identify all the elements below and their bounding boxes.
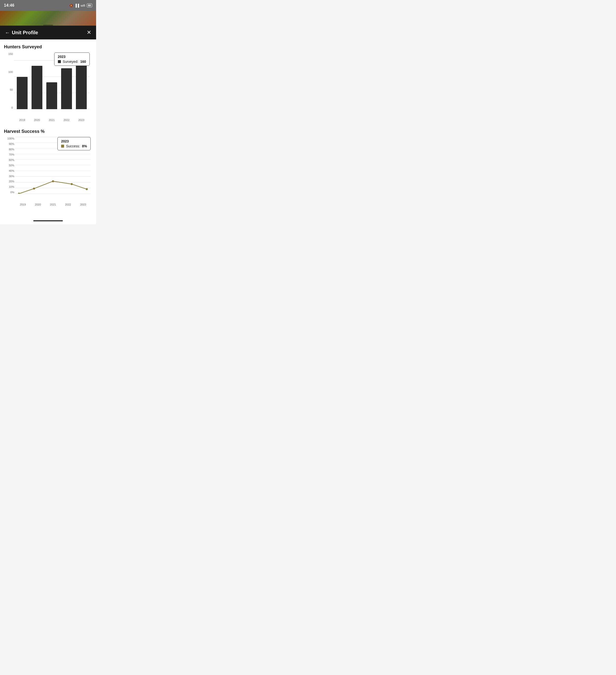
line-chart-tooltip: 2023 Success: 8%: [57, 137, 91, 150]
bar-2021: [44, 82, 59, 109]
tooltip-label: Surveyed:: [63, 60, 78, 64]
harvest-line-chart: 0% 10% 20% 30% 40% 50% 60% 70% 80% 90% 1…: [4, 137, 92, 206]
ly-40: 40%: [9, 169, 14, 172]
bar-2022: [59, 68, 74, 109]
header-bar: ← Unit Profile ✕: [0, 26, 96, 40]
line-tooltip-color: [61, 145, 64, 148]
y-label-100: 100: [8, 71, 13, 73]
lx-2022: 2022: [61, 203, 76, 206]
y-label-50: 50: [10, 88, 13, 91]
hunters-bar-chart: 0 50 100 150: [4, 53, 92, 122]
line-tooltip-year: 2023: [61, 139, 87, 143]
ly-70: 70%: [9, 153, 14, 156]
status-icons: 🔕 ▐▐ wifi 88: [69, 3, 92, 7]
ly-80: 80%: [9, 148, 14, 151]
x-label-2023: 2023: [74, 119, 89, 122]
bar-2019: [15, 77, 29, 109]
close-button[interactable]: ✕: [87, 29, 91, 36]
lx-2020: 2020: [30, 203, 45, 206]
x-label-2021: 2021: [44, 119, 59, 122]
harvest-success-title: Harvest Success %: [4, 129, 92, 134]
ly-90: 90%: [9, 142, 14, 145]
x-label-2020: 2020: [29, 119, 44, 122]
lx-2019: 2019: [15, 203, 30, 206]
ly-30: 30%: [9, 175, 14, 178]
bell-icon: 🔕: [69, 4, 73, 7]
ly-100: 100%: [7, 137, 14, 140]
point-2021: [52, 180, 54, 182]
x-label-2022: 2022: [59, 119, 74, 122]
hunters-surveyed-section: Hunters Surveyed 0 50 100 150: [4, 44, 92, 122]
point-2022: [71, 183, 73, 185]
wifi-icon: wifi: [81, 4, 85, 7]
y-label-150: 150: [8, 53, 13, 56]
tooltip-year: 2023: [58, 55, 86, 59]
status-bar: 14:46 🔕 ▐▐ wifi 88: [0, 0, 96, 11]
map-preview: [0, 11, 96, 26]
x-label-2019: 2019: [15, 119, 29, 122]
battery-indicator: 88: [87, 3, 92, 7]
back-arrow-icon: ←: [5, 30, 10, 35]
lx-2023: 2023: [76, 203, 91, 206]
line-tooltip-label: Success:: [66, 144, 80, 148]
bar-chart-tooltip: 2023 Surveyed: 160: [54, 53, 90, 66]
ly-10: 10%: [9, 185, 14, 188]
tooltip-value: 160: [80, 60, 86, 64]
lx-2021: 2021: [45, 203, 60, 206]
hunters-surveyed-title: Hunters Surveyed: [4, 44, 92, 50]
ly-20: 20%: [9, 180, 14, 183]
ly-50: 50%: [9, 164, 14, 167]
point-2023: [86, 188, 88, 190]
ly-60: 60%: [9, 158, 14, 161]
signal-icon: ▐▐: [75, 4, 79, 7]
line-tooltip-value: 8%: [82, 144, 87, 148]
status-time: 14:46: [4, 3, 14, 8]
page-title: Unit Profile: [12, 30, 38, 35]
ly-0: 0%: [10, 191, 14, 194]
home-indicator-area: [0, 218, 96, 224]
harvest-success-section: Harvest Success % 0% 10% 20% 30% 40% 50%…: [4, 129, 92, 206]
back-button[interactable]: ← Unit Profile: [5, 30, 38, 35]
point-2020: [33, 188, 35, 190]
bar-2020: [29, 66, 44, 109]
home-indicator-bar: [33, 220, 63, 221]
point-2019: [18, 193, 20, 194]
y-label-0: 0: [11, 106, 13, 109]
tooltip-color: [58, 60, 61, 63]
content-area: Hunters Surveyed 0 50 100 150: [0, 40, 96, 218]
